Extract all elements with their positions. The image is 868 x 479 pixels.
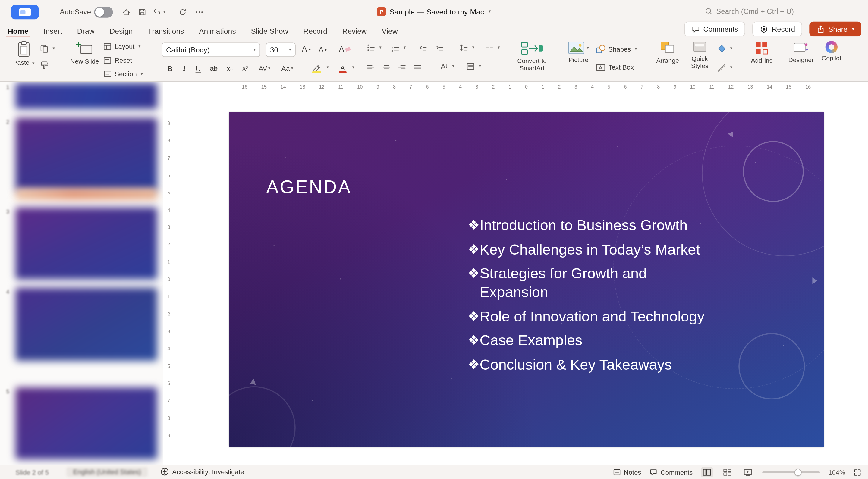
slide-thumbnail[interactable] — [16, 118, 157, 191]
comments-status-button[interactable]: Comments — [650, 468, 692, 477]
slide-thumbnail[interactable] — [16, 387, 157, 459]
slide-thumbnail-row[interactable]: 1 — [0, 83, 163, 109]
zoom-slider[interactable] — [763, 472, 820, 473]
ribbon-tab[interactable]: Insert — [43, 24, 62, 38]
font-color-chevron-icon[interactable]: ▾ — [352, 65, 354, 70]
designer-button[interactable]: Designer — [786, 41, 816, 64]
app-icon-button[interactable] — [11, 5, 39, 20]
slide-thumbnail-row[interactable]: 3 — [0, 207, 163, 280]
slide-thumbnail[interactable] — [16, 189, 157, 200]
highlight-color-bar — [312, 71, 321, 73]
ribbon-tab[interactable]: Slide Show — [251, 24, 288, 38]
fit-to-window-icon[interactable] — [854, 469, 861, 476]
picture-button[interactable]: ▾ Picture — [562, 41, 595, 64]
language-button[interactable]: English (United States) — [66, 467, 148, 477]
underline-button[interactable]: U — [193, 62, 203, 75]
share-button[interactable]: Share ▾ — [809, 22, 861, 37]
align-right-button[interactable] — [398, 62, 406, 71]
autosave-toggle[interactable] — [94, 7, 113, 18]
home-icon[interactable] — [121, 7, 132, 18]
paste-button[interactable]: Paste ▾ — [10, 41, 38, 66]
font-name-combo[interactable]: Calibri (Body) ▾ — [161, 42, 260, 57]
shapes-button[interactable]: Shapes ▾ — [595, 44, 637, 54]
line-spacing-button[interactable]: ▾ — [459, 43, 474, 52]
ribbon-tab[interactable]: Home — [8, 24, 29, 38]
align-left-button[interactable] — [367, 62, 375, 71]
redo-icon[interactable] — [177, 7, 188, 18]
justify-button[interactable] — [413, 62, 422, 71]
undo-icon[interactable] — [152, 7, 163, 18]
font-color-button[interactable]: A — [336, 62, 350, 75]
ribbon-tab[interactable]: Design — [110, 24, 133, 38]
strikethrough-button[interactable]: ab — [208, 62, 220, 75]
italic-button[interactable]: I — [179, 62, 189, 75]
add-ins-button[interactable]: Add-ins — [747, 41, 776, 64]
normal-view-button[interactable] — [701, 467, 713, 478]
accessibility-status[interactable]: Accessibility: Investigate — [161, 468, 244, 476]
bullets-button[interactable]: ▾ — [367, 43, 381, 52]
numbering-button[interactable]: 123 ▾ — [391, 43, 406, 52]
document-title[interactable]: Sample — Saved to my Mac — [390, 7, 484, 16]
shrink-font-button[interactable]: A▼ — [319, 45, 328, 53]
copilot-button[interactable]: Copilot — [818, 41, 845, 62]
ribbon-tab[interactable]: Transitions — [148, 24, 184, 38]
ruler-number: 0 — [525, 84, 528, 90]
arrange-button[interactable]: Arrange — [652, 41, 683, 64]
decrease-indent-button[interactable] — [418, 43, 427, 52]
align-text-button[interactable]: ▾ — [466, 62, 481, 71]
copy-button[interactable]: ▾ — [40, 44, 55, 53]
character-spacing-button[interactable]: AV▾ — [255, 62, 274, 75]
text-box-button[interactable]: Text Box — [595, 63, 634, 72]
quick-styles-button[interactable]: QuickStyles — [685, 41, 714, 70]
highlight-chevron-icon[interactable]: ▾ — [327, 65, 329, 70]
superscript-button[interactable]: x² — [239, 62, 251, 75]
slide-thumbnail-row[interactable] — [0, 189, 163, 200]
slide-title-textbox[interactable]: AGENDA — [266, 177, 352, 198]
grow-font-button[interactable]: A▲ — [302, 44, 312, 54]
search-field[interactable]: Search (Cmd + Ctrl + U) — [705, 7, 794, 16]
clear-formatting-button[interactable]: A — [339, 44, 350, 54]
slide-thumbnail[interactable] — [16, 207, 157, 280]
section-button[interactable]: Section ▾ — [103, 70, 143, 78]
reset-button[interactable]: Reset — [103, 56, 132, 65]
slide-thumbnail-row[interactable]: 4 — [0, 288, 163, 361]
bold-button[interactable]: B — [164, 62, 176, 75]
ribbon-tab[interactable]: Record — [303, 24, 327, 38]
increase-indent-button[interactable] — [435, 43, 444, 52]
slide-thumbnail-row[interactable]: 2 — [0, 118, 163, 191]
slide-canvas[interactable]: AGENDA ❖ Introduction to Business Growth… — [229, 113, 824, 447]
layout-button[interactable]: Layout ▾ — [103, 42, 141, 51]
shape-outline-button[interactable]: ▾ — [717, 63, 733, 72]
subscript-button[interactable]: x₂ — [224, 62, 236, 75]
ribbon-tab[interactable]: Animations — [199, 24, 236, 38]
ribbon-tab[interactable]: View — [381, 24, 398, 38]
record-button[interactable]: Record — [752, 22, 802, 37]
ribbon-tab[interactable]: Draw — [77, 24, 95, 38]
slide-thumbnail-row[interactable]: 5 — [0, 387, 163, 459]
new-slide-button[interactable]: New Slide — [69, 41, 101, 65]
highlight-color-button[interactable] — [308, 62, 326, 75]
notes-button[interactable]: Notes — [613, 468, 641, 477]
zoom-slider-knob[interactable] — [795, 469, 802, 476]
zoom-percentage[interactable]: 104% — [828, 469, 845, 476]
text-direction-button[interactable]: ▾ — [439, 62, 455, 71]
shape-fill-button[interactable]: ▾ — [717, 44, 733, 53]
more-options-icon[interactable] — [194, 7, 205, 18]
format-painter-button[interactable] — [40, 61, 49, 70]
ribbon-tab[interactable]: Review — [342, 24, 367, 38]
align-center-button[interactable] — [382, 62, 391, 71]
ruler-number: 0 — [167, 277, 170, 282]
title-chevron-icon[interactable]: ▾ — [489, 9, 491, 14]
slide-thumbnail[interactable] — [16, 288, 157, 361]
columns-button[interactable]: ▾ — [485, 43, 500, 52]
convert-to-smartart-button[interactable]: Convert toSmartArt — [507, 41, 557, 72]
comments-button[interactable]: Comments — [684, 22, 745, 37]
font-size-combo[interactable]: 30 ▾ — [266, 42, 296, 57]
slideshow-view-button[interactable] — [742, 467, 754, 478]
slide-sorter-view-button[interactable] — [721, 467, 734, 478]
slide-body-textbox[interactable]: ❖ Introduction to Business Growth ❖ Key … — [468, 216, 767, 379]
slide-thumbnail[interactable] — [16, 83, 157, 109]
change-case-button[interactable]: Aa▾ — [278, 62, 296, 75]
save-icon[interactable] — [137, 7, 148, 18]
undo-chevron-icon[interactable]: ▾ — [163, 10, 165, 14]
